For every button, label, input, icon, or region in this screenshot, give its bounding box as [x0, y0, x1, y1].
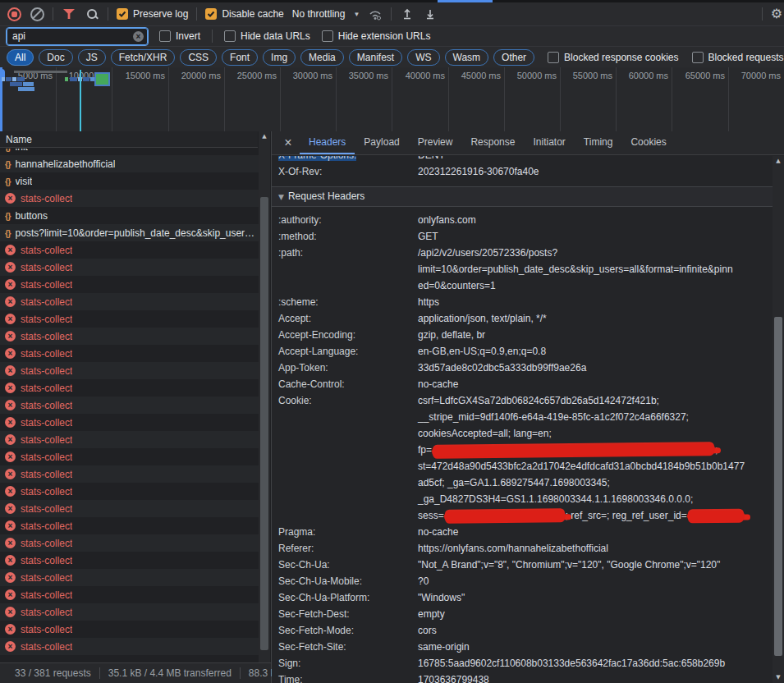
tab-payload[interactable]: Payload [355, 131, 408, 154]
error-icon: × [5, 434, 16, 445]
type-filter-img[interactable]: Img [263, 49, 296, 66]
type-filter-all[interactable]: All [7, 49, 34, 66]
checkbox-unchecked-icon[interactable] [692, 52, 704, 63]
request-row[interactable]: ×stats-collect [0, 276, 259, 293]
headers-content: X-Frame-Options:DENYX-Of-Rev:20231226191… [272, 156, 773, 683]
request-row[interactable]: ×stats-collect [0, 448, 259, 465]
type-filter-js[interactable]: JS [78, 49, 106, 66]
request-row[interactable]: ×stats-collect [0, 397, 259, 414]
blocked-requests-checkbox[interactable]: Blocked requests [692, 52, 784, 63]
header-entry: Sec-Ch-Ua-Platform:"Windows" [272, 589, 773, 606]
throttling-select[interactable]: No throttling ▼ [292, 8, 360, 20]
tab-timing[interactable]: Timing [575, 131, 622, 154]
scrollbar-thumb[interactable] [774, 317, 782, 656]
request-row[interactable]: ×stats-collect [0, 293, 259, 310]
search-icon[interactable] [85, 7, 99, 21]
request-row[interactable]: ×stats-collect [0, 603, 259, 621]
request-row[interactable]: ×stats-collect [0, 552, 259, 569]
gear-icon[interactable]: ⚙ [771, 7, 782, 21]
request-row[interactable]: {}visit [0, 172, 259, 190]
tab-initiator[interactable]: Initiator [524, 131, 574, 154]
type-filter-css[interactable]: CSS [180, 49, 217, 66]
filter-icon[interactable] [62, 7, 76, 21]
timeline-tick-label: 50000 ms [502, 71, 557, 80]
toolbar-divider [53, 7, 53, 21]
hide-data-urls-checkbox[interactable]: Hide data URLs [224, 30, 310, 42]
tab-cookies[interactable]: Cookies [621, 131, 675, 154]
checkbox-unchecked-icon[interactable] [159, 30, 171, 42]
request-list-scrollbar[interactable]: ▲ [259, 131, 270, 662]
network-conditions-icon[interactable] [368, 7, 383, 21]
request-row[interactable]: {}buttons [0, 207, 259, 224]
scroll-up-icon[interactable]: ▲ [773, 156, 784, 167]
type-filter-font[interactable]: Font [222, 49, 258, 66]
header-value: csrf=LdfcGX4Sa72db06824c657db26a5d142472… [418, 392, 773, 524]
request-row[interactable]: {}posts?limit=10&order=publish_date_desc… [0, 224, 259, 241]
header-value: no-cache [418, 376, 773, 392]
invert-checkbox[interactable]: Invert [159, 30, 200, 42]
type-filter-fetch-xhr[interactable]: Fetch/XHR [111, 49, 176, 66]
record-icon[interactable] [7, 7, 21, 21]
scrollbar-thumb[interactable] [260, 197, 268, 650]
tab-headers[interactable]: Headers [300, 131, 355, 154]
checkbox-checked-icon[interactable] [205, 8, 217, 20]
hide-extension-urls-checkbox[interactable]: Hide extension URLs [322, 30, 431, 42]
hide-data-urls-label: Hide data URLs [241, 30, 310, 42]
preserve-log-toggle[interactable]: Preserve log [117, 8, 188, 20]
close-icon[interactable]: × [280, 135, 296, 150]
scroll-down-icon[interactable]: ▼ [773, 672, 784, 683]
import-har-icon[interactable] [400, 7, 415, 21]
tab-response[interactable]: Response [461, 131, 524, 154]
timeline-tick-label: 35000 ms [334, 71, 388, 80]
type-filter-media[interactable]: Media [300, 49, 344, 66]
header-value: "Windows" [418, 589, 773, 606]
checkbox-unchecked-icon[interactable] [548, 52, 559, 63]
request-row[interactable]: ×stats-collect [0, 414, 259, 431]
export-har-icon[interactable] [423, 7, 438, 21]
disable-cache-toggle[interactable]: Disable cache [205, 8, 283, 20]
checkbox-unchecked-icon[interactable] [224, 30, 236, 42]
checkbox-checked-icon[interactable] [117, 8, 128, 20]
request-row[interactable]: ×stats-collect [0, 569, 259, 586]
request-row[interactable]: ×stats-collect [0, 241, 259, 259]
request-row[interactable]: ×stats-collect [0, 621, 259, 638]
clear-icon[interactable] [30, 7, 44, 21]
request-row[interactable]: ×stats-collect [0, 586, 259, 603]
type-filter-other[interactable]: Other [493, 49, 534, 66]
type-filter-manifest[interactable]: Manifest [349, 49, 402, 66]
timeline-overview[interactable]: 5000 ms10000 ms15000 ms20000 ms25000 ms3… [0, 67, 784, 132]
filter-input[interactable] [12, 30, 130, 42]
request-row[interactable]: ×stats-collect [0, 517, 259, 534]
name-column-header[interactable]: Name [0, 131, 258, 148]
request-row[interactable]: ×stats-collect [0, 362, 259, 379]
request-row[interactable]: ×stats-collect [0, 483, 259, 500]
clear-filter-icon[interactable]: × [133, 31, 144, 42]
request-row[interactable]: ×stats-collect [0, 190, 259, 207]
request-row[interactable]: ×stats-collect [0, 534, 259, 552]
tab-preview[interactable]: Preview [409, 131, 462, 154]
request-row[interactable]: ×stats-collect [0, 379, 259, 397]
header-value: https [418, 294, 773, 310]
type-filter-doc[interactable]: Doc [39, 49, 72, 66]
request-row[interactable]: ×stats-collect [0, 310, 259, 328]
request-headers-section-header[interactable]: ▼Request Headers [272, 186, 773, 207]
request-row[interactable]: ×stats-collect [0, 259, 259, 276]
request-row[interactable]: ×stats-collect [0, 500, 259, 517]
type-filter-wasm[interactable]: Wasm [445, 49, 489, 66]
type-filter-ws[interactable]: WS [407, 49, 439, 66]
request-row[interactable]: ×stats-collect [0, 431, 259, 448]
request-row[interactable]: {}init [0, 149, 259, 155]
request-row[interactable]: ×stats-collect [0, 638, 259, 655]
filter-input-box[interactable]: × [7, 28, 148, 45]
request-row[interactable]: {}hannahelizabethofficial [0, 155, 259, 172]
blocked-cookies-checkbox[interactable]: Blocked response cookies [548, 52, 678, 63]
header-value: /api2/v2/users/20572336/posts?limit=10&o… [418, 245, 773, 294]
scroll-up-icon[interactable]: ▲ [259, 131, 270, 142]
request-row[interactable]: ×stats-collect [0, 328, 259, 345]
request-row[interactable]: ×stats-collect [0, 465, 259, 483]
waterfall-bar [17, 77, 25, 81]
checkbox-unchecked-icon[interactable] [322, 30, 333, 42]
details-scrollbar[interactable]: ▲ ▼ [773, 156, 784, 683]
request-name: stats-collect [21, 417, 72, 429]
request-row[interactable]: ×stats-collect [0, 345, 259, 362]
